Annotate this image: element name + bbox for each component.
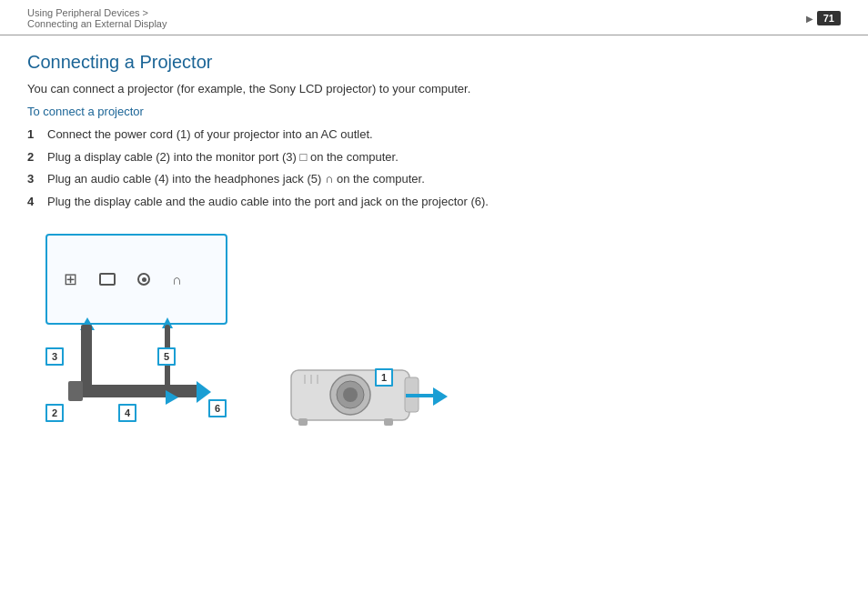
sub-heading: To connect a projector (27, 105, 841, 118)
page-title: Connecting a Projector (27, 52, 841, 73)
vga-connector (68, 381, 83, 401)
page-arrow-icon: ▶ (806, 14, 813, 24)
svg-rect-5 (298, 418, 308, 426)
headphone-symbol-icon: ∩ (172, 272, 182, 287)
page-container: Using Peripheral Devices > Connecting an… (0, 0, 868, 613)
projector-illustration (282, 352, 455, 434)
intro-paragraph: You can connect a projector (for example… (27, 82, 841, 95)
audio-cable-horizontal (131, 392, 167, 397)
badge-6: 6 (208, 399, 227, 417)
step-text: Connect the power cord (1) of your proje… (47, 126, 373, 144)
arrow-power-cord-icon (433, 387, 448, 406)
svg-point-3 (343, 387, 358, 402)
breadcrumb: Using Peripheral Devices > Connecting an… (27, 7, 167, 29)
badge-3: 3 (45, 347, 64, 366)
steps-list: 1 Connect the power cord (1) of your pro… (27, 126, 841, 210)
header: Using Peripheral Devices > Connecting an… (0, 0, 868, 35)
step-number: 1 (27, 126, 40, 144)
page-number-box: ▶ 71 (806, 11, 841, 25)
badge-4: 4 (118, 404, 136, 422)
list-item: 3 Plug an audio cable (4) into the headp… (27, 170, 841, 188)
step-number: 4 (27, 193, 40, 211)
arrow-right-audio-icon (166, 390, 178, 405)
page-number-badge: 71 (817, 11, 841, 25)
list-item: 2 Plug a display cable (2) into the moni… (27, 148, 841, 166)
monitor-port-icon (99, 273, 116, 286)
list-item: 1 Connect the power cord (1) of your pro… (27, 126, 841, 144)
step-text: Plug an audio cable (4) into the headpho… (47, 170, 425, 188)
step-text: Plug a display cable (2) into the monito… (47, 148, 399, 166)
step-number: 2 (27, 148, 40, 166)
badge-2: 2 (45, 404, 64, 422)
headphone-port-icon (137, 273, 150, 286)
badge-5: 5 (157, 347, 176, 366)
badge-1: 1 (375, 368, 393, 387)
step-number: 3 (27, 170, 40, 188)
power-cord-line (406, 394, 433, 397)
list-item: 4 Plug the display cable and the audio c… (27, 193, 841, 211)
step-text: Plug the display cable and the audio cab… (47, 193, 489, 211)
vga-port-icon: ⊞ (64, 269, 77, 289)
main-content: Connecting a Projector You can connect a… (0, 35, 868, 452)
svg-rect-6 (384, 418, 393, 426)
diagram: ⊞ ∩ (27, 225, 500, 434)
computer-port-panel: ⊞ ∩ (45, 234, 227, 325)
